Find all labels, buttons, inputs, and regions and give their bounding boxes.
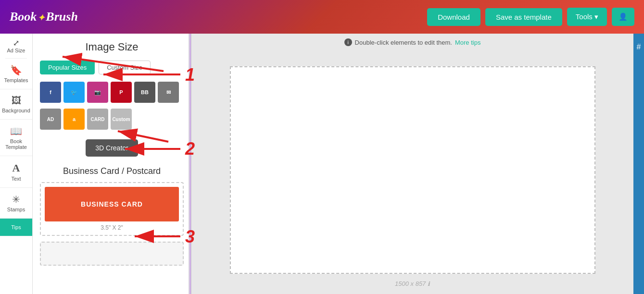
social-icons-row: f 🐦 📷 P BB ✉ bbox=[40, 82, 184, 103]
facebook-size-btn[interactable]: f bbox=[40, 82, 61, 103]
adsize-label: Ad Size bbox=[7, 48, 25, 53]
facebook-icon: f bbox=[50, 89, 51, 95]
header: Book✦Brush Download Save as template Too… bbox=[0, 0, 644, 34]
tab-row: Popular Sizes Custom Size bbox=[40, 61, 184, 74]
amazon-size-btn[interactable]: a bbox=[63, 109, 85, 130]
section-title: Business Card / Postcard bbox=[40, 166, 184, 176]
info-message: Double-click elements to edit them. bbox=[355, 39, 452, 46]
text-icon: A bbox=[13, 162, 20, 174]
ad-size-btn[interactable]: AD bbox=[40, 109, 61, 130]
sidebar-item-templates[interactable]: 🔖 Templates bbox=[0, 59, 32, 89]
header-right: Download Save as template Tools ▾ 👤 bbox=[427, 8, 634, 26]
text-label: Text bbox=[11, 176, 21, 182]
panel-title: Image Size bbox=[40, 41, 184, 53]
pinterest-icon: P bbox=[119, 89, 123, 95]
download-button[interactable]: Download bbox=[427, 8, 480, 26]
sidebar-item-text[interactable]: A Text bbox=[0, 156, 32, 188]
instagram-icon: 📷 bbox=[94, 89, 101, 96]
user-icon: 👤 bbox=[619, 12, 628, 21]
main-container: ⤢ Ad Size 🔖 Templates 🖼 Background 📖 Boo… bbox=[0, 34, 644, 294]
canvas-area: i Double-click elements to edit them. Mo… bbox=[191, 34, 633, 294]
tips-label: Tips bbox=[11, 224, 21, 230]
canvas-size-label: 1500 x 857 ℹ bbox=[395, 280, 430, 287]
custom-icon: Custom bbox=[112, 117, 130, 122]
email-size-btn[interactable]: ✉ bbox=[158, 82, 179, 103]
panel-resize-handle[interactable] bbox=[189, 34, 191, 294]
background-label: Background bbox=[2, 108, 30, 113]
card-size-text: 3.5" X 2" bbox=[45, 224, 179, 231]
amazon-icon: a bbox=[73, 116, 76, 122]
business-card-item[interactable]: BUSINESS CARD 3.5" X 2" bbox=[40, 182, 184, 236]
more-tips-link[interactable]: More tips bbox=[455, 39, 480, 46]
save-template-button[interactable]: Save as template bbox=[485, 8, 562, 26]
info-icon: i bbox=[344, 38, 352, 46]
canvas-wrapper: 1500 x 857 ℹ bbox=[196, 51, 629, 289]
canvas-board[interactable] bbox=[230, 66, 595, 274]
user-button[interactable]: 👤 bbox=[612, 8, 634, 26]
email-icon: ✉ bbox=[166, 89, 171, 96]
pinterest-size-btn[interactable]: P bbox=[111, 82, 132, 103]
panel-inner: Image Size Popular Sizes Custom Size f 🐦… bbox=[33, 34, 191, 279]
sidebar-item-stamps[interactable]: ✳ Stamps bbox=[0, 188, 32, 219]
logo-star: ✦ bbox=[38, 13, 45, 23]
tools-button[interactable]: Tools ▾ bbox=[567, 8, 607, 26]
templates-icon: 🔖 bbox=[10, 64, 22, 76]
book-icon: 📖 bbox=[10, 125, 22, 137]
templates-label: Templates bbox=[4, 77, 28, 83]
expand-icon: ⤢ bbox=[13, 38, 19, 48]
business-card-preview: BUSINESS CARD bbox=[45, 187, 179, 221]
background-icon: 🖼 bbox=[12, 95, 21, 106]
ad-icons-row: AD a CARD Custom bbox=[40, 109, 184, 130]
tab-custom-size[interactable]: Custom Size bbox=[99, 61, 151, 74]
card-icon: CARD bbox=[91, 117, 105, 122]
hashtag-button[interactable]: # bbox=[633, 37, 644, 57]
right-accent: # bbox=[633, 34, 644, 294]
canvas-container: 1500 x 857 ℹ bbox=[230, 66, 595, 274]
book-template-label: Book Template bbox=[2, 138, 30, 150]
instagram-size-btn[interactable]: 📷 bbox=[87, 82, 108, 103]
card-size-btn[interactable]: CARD bbox=[87, 109, 108, 130]
sidebar-item-book-template[interactable]: 📖 Book Template bbox=[0, 120, 32, 156]
3d-creator-button[interactable]: 3D Creator bbox=[86, 139, 138, 157]
sidebar-item-adsize[interactable]: ⤢ Ad Size bbox=[5, 34, 27, 59]
hashtag-icon: # bbox=[637, 43, 641, 51]
stamps-icon: ✳ bbox=[12, 194, 20, 205]
bb-icon: BB bbox=[141, 89, 149, 95]
logo-text: Book✦Brush bbox=[10, 10, 78, 24]
sidebar-item-tips[interactable]: Tips bbox=[0, 219, 32, 236]
panel: Image Size Popular Sizes Custom Size f 🐦… bbox=[33, 34, 191, 294]
custom-size-btn[interactable]: Custom bbox=[111, 109, 132, 130]
stamps-label: Stamps bbox=[7, 207, 25, 212]
canvas-size-info-icon: ℹ bbox=[428, 281, 430, 287]
info-bar: i Double-click elements to edit them. Mo… bbox=[196, 38, 629, 46]
bb-size-btn[interactable]: BB bbox=[134, 82, 155, 103]
sidebar-item-background[interactable]: 🖼 Background bbox=[0, 89, 32, 120]
twitter-icon: 🐦 bbox=[71, 89, 77, 96]
3d-creator-container: 3D Creator bbox=[40, 135, 184, 166]
logo: Book✦Brush bbox=[10, 10, 78, 24]
twitter-size-btn[interactable]: 🐦 bbox=[63, 82, 85, 103]
postcard-item[interactable] bbox=[40, 242, 184, 266]
ad-icon: AD bbox=[47, 117, 54, 122]
left-sidebar: ⤢ Ad Size 🔖 Templates 🖼 Background 📖 Boo… bbox=[0, 34, 33, 294]
tab-popular-sizes[interactable]: Popular Sizes bbox=[40, 61, 95, 74]
